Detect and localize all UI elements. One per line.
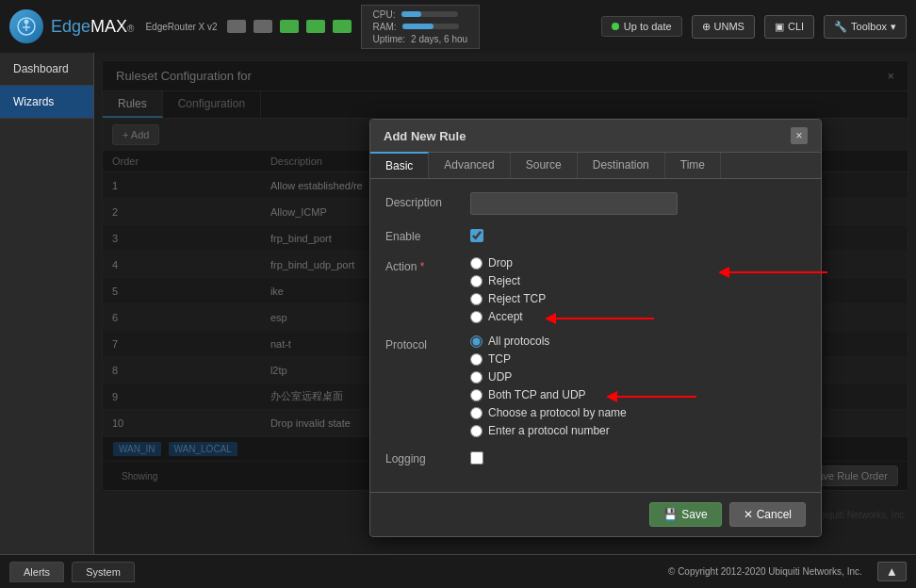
unms-label: UNMS: [714, 21, 744, 32]
enable-checkbox[interactable]: [470, 229, 483, 242]
logo-icon: [9, 9, 43, 43]
uptime-value: 2 days, 6 hou: [411, 34, 467, 44]
nav-icon-5: [333, 20, 352, 33]
ram-row: RAM:: [373, 22, 468, 32]
action-drop-label: Drop: [488, 256, 513, 270]
protocol-bynumber-label: Enter a protocol number: [488, 424, 610, 437]
bottom-tab-alerts[interactable]: Alerts: [9, 562, 64, 582]
logo-text: EdgeMAX®: [51, 17, 134, 37]
action-accept-radio[interactable]: [470, 311, 483, 323]
unms-icon: ⊕: [702, 21, 711, 33]
toolbox-icon: 🔧: [834, 21, 847, 33]
action-radio-group: Drop Reject Reject TCP: [470, 256, 806, 323]
protocol-both-label: Both TCP and UDP: [488, 388, 586, 401]
arrow-protocol: [607, 388, 701, 405]
bottom-collapse-button[interactable]: ▲: [877, 562, 907, 581]
action-reject-radio[interactable]: [470, 275, 483, 287]
modal-tabs: Basic Advanced Source Destination Time: [370, 153, 821, 179]
protocol-bynumber-radio[interactable]: [470, 425, 483, 437]
modal-tab-basic[interactable]: Basic: [370, 152, 429, 178]
ram-label: RAM:: [373, 22, 397, 32]
save-label: Save: [681, 508, 707, 521]
protocol-bynumber-item: Enter a protocol number: [470, 424, 806, 437]
sidebar-item-wizards[interactable]: Wizards: [0, 86, 93, 119]
modal-tab-destination[interactable]: Destination: [578, 153, 665, 178]
action-accept-item: Accept: [470, 310, 806, 323]
add-rule-modal: Add New Rule × Basic Advanced Source Des…: [369, 119, 822, 537]
action-rejecttcp-label: Reject TCP: [488, 292, 546, 305]
protocol-byname-radio[interactable]: [470, 407, 483, 419]
bottom-bar: Alerts System © Copyright 2012-2020 Ubiq…: [0, 554, 916, 588]
nav-icon-1: [227, 20, 246, 33]
logging-row: Logging: [385, 449, 806, 467]
action-rejecttcp-radio[interactable]: [470, 293, 483, 305]
logo-area: EdgeMAX® EdgeRouter X v2: [9, 9, 218, 43]
sidebar: Dashboard Wizards: [0, 53, 94, 554]
toolbox-chevron: ▾: [891, 21, 896, 33]
logging-label: Logging: [385, 449, 470, 466]
unms-button[interactable]: ⊕ UNMS: [692, 15, 755, 39]
sidebar-dashboard-label: Dashboard: [13, 62, 69, 75]
protocol-radio-group: All protocols TCP UDP: [470, 335, 806, 437]
logging-control: [470, 449, 806, 467]
arrow-action: [546, 310, 659, 327]
svg-point-1: [25, 20, 29, 24]
nav-icons: [227, 20, 352, 33]
main-layout: Dashboard Wizards Ruleset Configuration …: [0, 53, 916, 554]
nav-icon-3: [280, 20, 299, 33]
cli-button[interactable]: ▣ CLI: [764, 15, 814, 39]
toolbox-button[interactable]: 🔧 Toolbox ▾: [824, 15, 907, 39]
logo-accent: MAX: [90, 17, 127, 36]
protocol-tcp-radio[interactable]: [470, 353, 483, 366]
action-reject-item: Reject: [470, 274, 806, 287]
description-input[interactable]: [470, 192, 678, 215]
uptime-label: Uptime:: [373, 34, 405, 44]
protocol-both-radio[interactable]: [470, 389, 483, 401]
action-accept-label: Accept: [488, 310, 523, 323]
save-button[interactable]: 💾 Save: [649, 502, 721, 527]
protocol-udp-radio[interactable]: [470, 371, 483, 384]
description-row: Description: [385, 192, 806, 215]
content-area: Ruleset Configuration for × Rules Config…: [94, 53, 916, 554]
logo-reg: ®: [127, 24, 134, 34]
modal-header: Add New Rule ×: [370, 120, 821, 153]
enable-label: Enable: [385, 226, 470, 243]
protocol-all-radio[interactable]: [470, 335, 483, 348]
modal-tab-source[interactable]: Source: [511, 153, 578, 178]
uptime-row: Uptime: 2 days, 6 hou: [373, 34, 468, 44]
router-name: EdgeRouter X v2: [145, 22, 217, 32]
action-control: Drop Reject Reject TCP: [470, 256, 806, 323]
enable-row: Enable: [385, 226, 806, 245]
protocol-udp-label: UDP: [488, 370, 512, 384]
protocol-byname-label: Choose a protocol by name: [488, 406, 627, 419]
system-info: CPU: RAM: Uptime: 2 days, 6 hou: [361, 5, 481, 49]
action-row: Action Drop Reject: [385, 256, 806, 323]
sidebar-item-dashboard[interactable]: Dashboard: [0, 53, 93, 86]
bottom-tab-system[interactable]: System: [72, 562, 135, 582]
cpu-label: CPU:: [373, 9, 396, 20]
nav-icon-4: [306, 20, 325, 33]
action-rejecttcp-item: Reject TCP: [470, 292, 806, 305]
modal-title: Add New Rule: [384, 129, 466, 143]
uptodate-badge[interactable]: Up to date: [601, 16, 682, 37]
ram-bar-bg: [402, 24, 459, 29]
modal-footer: 💾 Save ✕ Cancel: [370, 492, 821, 536]
protocol-tcp-label: TCP: [488, 352, 511, 366]
logging-checkbox[interactable]: [470, 451, 483, 465]
cancel-icon: ✕: [744, 508, 753, 521]
status-dot: [612, 23, 619, 30]
action-drop-radio[interactable]: [470, 257, 483, 270]
action-reject-label: Reject: [488, 274, 520, 287]
protocol-row: Protocol All protocols TCP: [385, 335, 806, 437]
modal-tab-time[interactable]: Time: [665, 153, 721, 178]
action-label: Action: [385, 256, 470, 273]
cli-icon: ▣: [775, 21, 784, 33]
copyright-text: © Copyright 2012-2020 Ubiquiti Networks,…: [668, 566, 862, 577]
bottom-copyright: © Copyright 2012-2020 Ubiquiti Networks,…: [668, 566, 862, 577]
modal-tab-advanced[interactable]: Advanced: [429, 153, 510, 178]
status-label: Up to date: [624, 21, 672, 32]
cpu-bar: [401, 11, 421, 17]
modal-close-button[interactable]: ×: [791, 127, 808, 144]
cancel-button[interactable]: ✕ Cancel: [729, 502, 806, 527]
description-control: [470, 192, 806, 215]
